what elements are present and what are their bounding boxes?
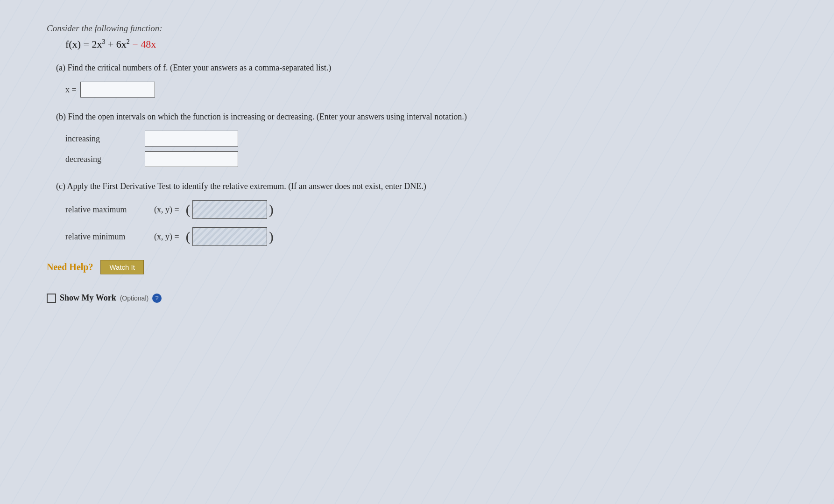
increasing-label: increasing [65, 134, 140, 144]
show-my-work-icon[interactable]: − [47, 294, 56, 303]
open-paren-min: ( [186, 230, 191, 244]
show-my-work-optional: (Optional) [120, 294, 148, 302]
x-input-row: x = [65, 82, 756, 98]
x-label: x = [65, 85, 77, 95]
page-container: Consider the following function: f(x) = … [28, 14, 775, 312]
help-icon[interactable]: ? [152, 294, 162, 303]
part-c-block: (c) Apply the First Derivative Test to i… [56, 180, 756, 246]
function-display: f(x) = 2x3 + 6x2 − 48x [65, 38, 756, 50]
show-my-work-label[interactable]: Show My Work [60, 293, 116, 303]
part-b-label: (b) Find the open intervals on which the… [56, 111, 756, 123]
relative-minimum-row: relative minimum (x, y) = ( ) [65, 227, 756, 246]
need-help-label: Need Help? [47, 262, 93, 273]
relative-minimum-xy-label: (x, y) = [154, 232, 179, 242]
part-a-block: (a) Find the critical numbers of f. (Ent… [56, 62, 756, 98]
relative-maximum-xy-label: (x, y) = [154, 205, 179, 215]
decreasing-label: decreasing [65, 154, 140, 164]
relative-maximum-paren-group: ( ) [186, 200, 274, 219]
watch-it-button[interactable]: Watch It [100, 260, 143, 274]
relative-maximum-row: relative maximum (x, y) = ( ) [65, 200, 756, 219]
decreasing-row: decreasing [65, 151, 756, 167]
increasing-input[interactable] [145, 131, 238, 147]
function-label: f(x) = 2x3 + 6x2 − 48x [65, 38, 156, 50]
part-a-label: (a) Find the critical numbers of f. (Ent… [56, 62, 756, 74]
relative-minimum-input[interactable] [192, 227, 267, 246]
relative-minimum-label: relative minimum [65, 232, 149, 242]
part-c-label: (c) Apply the First Derivative Test to i… [56, 180, 756, 193]
consider-text: Consider the following function: [47, 23, 756, 34]
relative-minimum-paren-group: ( ) [186, 227, 274, 246]
increasing-row: increasing [65, 131, 756, 147]
decreasing-input[interactable] [145, 151, 238, 167]
open-paren-max: ( [186, 203, 191, 217]
show-my-work-section: − Show My Work (Optional) ? [47, 293, 756, 303]
need-help-section: Need Help? Watch It [47, 260, 756, 274]
relative-maximum-label: relative maximum [65, 205, 149, 215]
red-term: − 48x [132, 38, 156, 50]
close-paren-min: ) [269, 230, 274, 244]
close-paren-max: ) [269, 203, 274, 217]
part-b-block: (b) Find the open intervals on which the… [56, 111, 756, 167]
critical-numbers-input[interactable] [80, 82, 155, 98]
relative-maximum-input[interactable] [192, 200, 267, 219]
